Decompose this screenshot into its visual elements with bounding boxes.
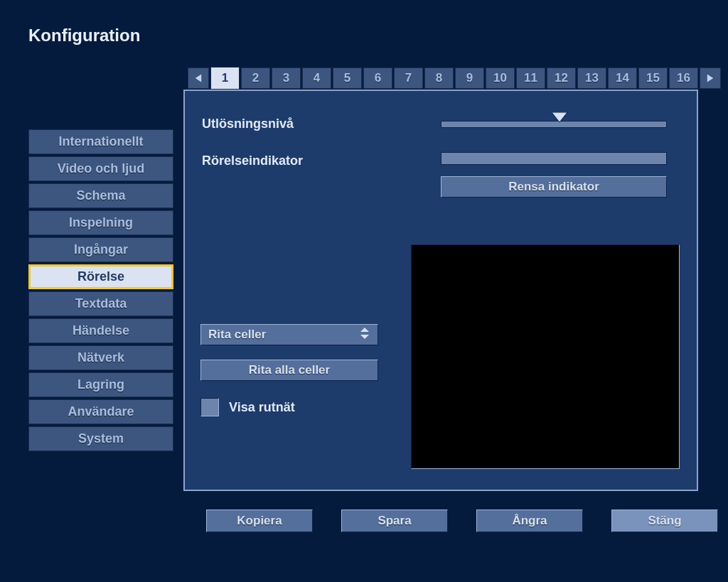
tab-channel[interactable]: 3	[272, 68, 301, 89]
show-grid-label: Visa rutnät	[229, 400, 295, 415]
show-grid-checkbox[interactable]	[200, 398, 219, 416]
motion-preview[interactable]	[411, 244, 680, 469]
svg-marker-2	[552, 112, 567, 122]
sidebar-item-anvandare[interactable]: Användare	[28, 399, 173, 424]
tab-channel[interactable]: 16	[669, 68, 698, 89]
sidebar-item-system[interactable]: System	[28, 426, 173, 451]
tab-channel[interactable]: 6	[363, 68, 392, 89]
close-button[interactable]: Stäng	[611, 510, 718, 532]
tab-channel[interactable]: 1	[210, 67, 240, 90]
motion-indicator-bar	[441, 152, 667, 165]
tab-channel[interactable]: 10	[486, 68, 515, 89]
tab-channel[interactable]: 5	[333, 68, 362, 89]
draw-all-cells-button[interactable]: Rita alla celler	[200, 360, 378, 381]
footer-buttons: Kopiera Spara Ångra Stäng	[206, 510, 718, 532]
draw-mode-value: Rita celler	[208, 328, 359, 342]
tab-channel[interactable]: 14	[608, 68, 637, 89]
sidebar-item-handelse[interactable]: Händelse	[28, 318, 173, 343]
channel-tabs: 1 2 3 4 5 6 7 8 9 10 11 12 13 14 15 16	[188, 67, 721, 90]
tab-channel[interactable]: 7	[394, 68, 423, 89]
trigger-level-label: Utlösningsnivå	[202, 117, 294, 131]
svg-marker-3	[360, 328, 369, 332]
svg-marker-4	[360, 335, 369, 339]
sidebar-item-internationellt[interactable]: Internationellt	[28, 129, 173, 154]
svg-marker-0	[196, 74, 201, 82]
sidebar-item-schema[interactable]: Schema	[28, 183, 173, 208]
sidebar-item-rorelse[interactable]: Rörelse	[28, 264, 173, 289]
draw-mode-dropdown[interactable]: Rita celler	[200, 324, 378, 345]
trigger-level-thumb[interactable]	[552, 112, 567, 124]
tab-channel[interactable]: 11	[516, 68, 545, 89]
sidebar: Internationellt Video och ljud Schema In…	[28, 129, 173, 453]
sidebar-item-textdata[interactable]: Textdata	[28, 291, 173, 316]
sidebar-item-inspelning[interactable]: Inspelning	[28, 210, 173, 235]
updown-icon	[359, 326, 370, 344]
clear-indicator-button[interactable]: Rensa indikator	[441, 176, 667, 198]
tab-next-button[interactable]	[700, 68, 721, 89]
undo-button[interactable]: Ångra	[476, 510, 583, 532]
motion-indicator-label: Rörelseindikator	[202, 153, 303, 168]
tab-channel[interactable]: 15	[638, 68, 668, 89]
sidebar-item-video-och-ljud[interactable]: Video och ljud	[28, 156, 173, 181]
tab-channel[interactable]: 12	[547, 68, 576, 89]
page-title: Konfiguration	[28, 26, 140, 45]
tab-channel[interactable]: 8	[424, 68, 454, 89]
tab-channel[interactable]: 4	[302, 68, 331, 89]
tab-channel[interactable]: 13	[577, 68, 606, 89]
tab-prev-button[interactable]	[188, 68, 209, 89]
svg-marker-1	[707, 74, 713, 82]
show-grid-row: Visa rutnät	[200, 398, 295, 416]
sidebar-item-ingangar[interactable]: Ingångar	[28, 237, 173, 262]
tab-channel[interactable]: 2	[241, 68, 270, 89]
sidebar-item-lagring[interactable]: Lagring	[28, 372, 173, 397]
copy-button[interactable]: Kopiera	[206, 510, 313, 532]
save-button[interactable]: Spara	[341, 510, 448, 532]
tab-channel[interactable]: 9	[455, 68, 484, 89]
sidebar-item-natverk[interactable]: Nätverk	[28, 345, 173, 370]
main-panel: Utlösningsnivå Rörelseindikator Rensa in…	[183, 90, 698, 491]
